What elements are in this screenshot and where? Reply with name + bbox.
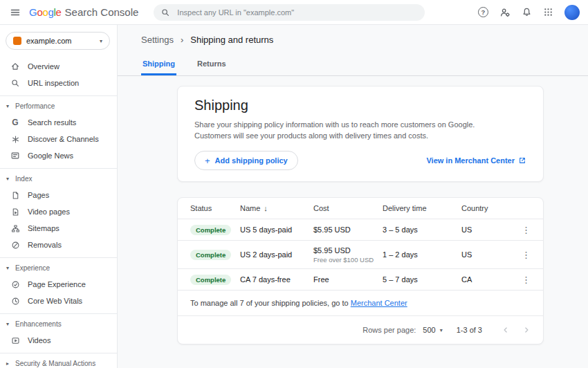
chevron-down-icon: ▾: [100, 38, 102, 44]
merchant-center-link[interactable]: Merchant Center: [351, 299, 407, 307]
view-in-merchant-center-link[interactable]: View in Merchant Center: [426, 156, 526, 165]
tab-returns[interactable]: Returns: [196, 55, 228, 75]
section-label: Security & Manual Actions: [15, 360, 95, 367]
policy-country: CA: [461, 275, 515, 284]
app-logo[interactable]: G o o g l e Search Console: [29, 6, 138, 18]
policy-cost: $5.95 USD: [313, 226, 383, 234]
bell-icon: [522, 7, 532, 17]
chevron-down-icon: ▾: [4, 265, 11, 271]
column-header-country[interactable]: Country: [461, 204, 515, 212]
column-header-delivery-time[interactable]: Delivery time: [383, 204, 461, 212]
user-settings-button[interactable]: [497, 4, 513, 21]
sidebar-section-enhancements[interactable]: ▾ Enhancements: [0, 315, 117, 332]
sidebar-item-label: Search results: [28, 118, 76, 127]
sidebar-item-search-results[interactable]: G Search results: [0, 114, 117, 131]
policy-delivery-time: 1 – 2 days: [383, 250, 461, 259]
divider: [0, 353, 117, 353]
sidebar-item-label: Pages: [28, 191, 49, 199]
previous-page-button[interactable]: [499, 323, 513, 337]
policy-cost: $5.95 USD Free over $100 USD: [313, 246, 383, 264]
table-row[interactable]: Complete US 5 days-paid $5.95 USD 3 – 5 …: [178, 219, 543, 241]
sort-desc-icon: ↓: [264, 204, 268, 212]
search-icon: [160, 8, 170, 17]
content-area: Shipping Share your shipping policy info…: [118, 76, 588, 368]
avatar[interactable]: [564, 5, 580, 20]
logo-letter: o: [42, 6, 48, 18]
kebab-menu-button[interactable]: ⋮: [519, 224, 533, 236]
column-header-cost[interactable]: Cost: [313, 204, 383, 212]
policy-country: US: [461, 226, 515, 234]
tab-bar: Shipping Returns: [118, 55, 588, 76]
sidebar-section-index[interactable]: ▾ Index: [0, 170, 117, 187]
page-experience-icon: [10, 280, 20, 289]
core-web-vitals-icon: [10, 297, 20, 306]
section-label: Performance: [15, 102, 55, 110]
sidebar-item-google-news[interactable]: Google News: [0, 147, 117, 164]
property-label: example.com: [26, 37, 95, 45]
sidebar-section-experience[interactable]: ▾ Experience: [0, 259, 117, 276]
sidebar-section-security-manual-actions[interactable]: ▸ Security & Manual Actions: [0, 355, 117, 368]
news-icon: [10, 151, 20, 160]
external-link-icon: [518, 156, 526, 165]
intro-actions-row: + Add shipping policy View in Merchant C…: [194, 151, 526, 170]
help-button[interactable]: ?: [475, 4, 491, 20]
column-header-name-label: Name: [240, 204, 260, 212]
page-title: Shipping: [194, 98, 526, 113]
breadcrumb-settings-link[interactable]: Settings: [141, 35, 174, 45]
hamburger-menu-button[interactable]: [7, 4, 24, 21]
chevron-down-icon: ▾: [440, 327, 443, 333]
sidebar-item-removals[interactable]: Removals: [0, 237, 117, 253]
property-selector[interactable]: example.com ▾: [6, 32, 110, 50]
rows-per-page-value: 500: [423, 326, 435, 334]
sidebar-item-url-inspection[interactable]: URL inspection: [0, 75, 117, 91]
url-inspect-input[interactable]: [176, 8, 418, 17]
shipping-intro-card: Shipping Share your shipping policy info…: [177, 86, 544, 182]
chevron-right-icon: [522, 326, 531, 334]
chevron-down-icon: ▾: [4, 176, 11, 182]
sidebar-item-page-experience[interactable]: Page Experience: [0, 276, 117, 293]
sidebar-item-label: Page Experience: [28, 280, 86, 288]
sidebar-item-overview[interactable]: Overview: [0, 58, 117, 75]
policy-delivery-time: 5 – 7 days: [383, 275, 461, 284]
sidebar-item-core-web-vitals[interactable]: Core Web Vitals: [0, 293, 117, 309]
kebab-menu-button[interactable]: ⋮: [519, 249, 533, 261]
main-content: Settings › Shipping and returns Shipping…: [118, 25, 588, 368]
logo-letter: e: [56, 6, 62, 18]
column-header-name[interactable]: Name↓: [240, 204, 313, 212]
status-badge: Complete: [190, 275, 231, 285]
chevron-left-icon: [502, 326, 510, 334]
play-video-icon: [10, 336, 20, 345]
sidebar-item-pages[interactable]: Pages: [0, 187, 117, 203]
search-icon: [10, 78, 20, 88]
sidebar-item-label: Discover & Channels: [28, 135, 99, 143]
add-shipping-policy-button[interactable]: + Add shipping policy: [194, 151, 298, 170]
policy-name: CA 7 days-free: [240, 275, 313, 284]
table-row[interactable]: Complete CA 7 days-free Free 5 – 7 days …: [178, 269, 543, 291]
sidebar-item-label: Overview: [28, 62, 59, 71]
apps-grid-button[interactable]: [540, 4, 556, 20]
tab-shipping[interactable]: Shipping: [141, 55, 176, 75]
sidebar-item-videos[interactable]: Videos: [0, 332, 117, 349]
document-icon: [10, 191, 20, 200]
breadcrumb: Settings › Shipping and returns: [141, 35, 588, 45]
chevron-down-icon: ▾: [4, 103, 11, 109]
sidebar-item-label: Videos: [28, 336, 50, 344]
divider: [0, 168, 117, 169]
next-page-button[interactable]: [520, 323, 533, 337]
policy-cost-value: $5.95 USD: [313, 246, 383, 255]
sidebar-section-performance[interactable]: ▾ Performance: [0, 98, 117, 114]
column-header-status[interactable]: Status: [190, 204, 240, 212]
help-icon: ?: [478, 7, 488, 17]
add-shipping-policy-label: Add shipping policy: [215, 156, 288, 165]
kebab-menu-button[interactable]: ⋮: [519, 274, 533, 286]
sidebar: example.com ▾ Overview URL inspection ▾ …: [0, 25, 118, 368]
sidebar-item-video-pages[interactable]: Video pages: [0, 203, 117, 220]
url-inspect-searchbar[interactable]: [154, 4, 425, 21]
chevron-down-icon: ▾: [4, 321, 11, 327]
sidebar-item-discover-channels[interactable]: Discover & Channels: [0, 131, 117, 147]
table-row[interactable]: Complete US 2 days-paid $5.95 USD Free o…: [178, 241, 543, 269]
sidebar-item-label: Sitemaps: [28, 224, 59, 232]
notifications-button[interactable]: [519, 4, 535, 20]
rows-per-page-select[interactable]: 500 ▾: [423, 326, 442, 334]
sidebar-item-sitemaps[interactable]: Sitemaps: [0, 220, 117, 237]
